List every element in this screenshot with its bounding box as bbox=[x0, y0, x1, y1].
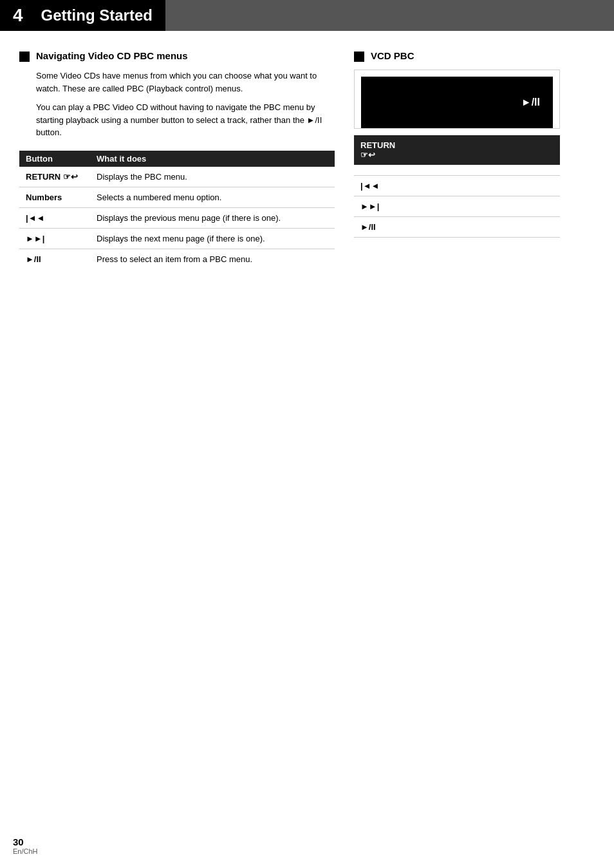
vcd-table-row: ►►| bbox=[354, 196, 560, 217]
chapter-number: 4 bbox=[0, 0, 35, 31]
chapter-title: Getting Started bbox=[35, 6, 153, 24]
section-para1: Some Video CDs have menus from which you… bbox=[36, 70, 335, 95]
table-row: Numbers Selects a numbered menu option. bbox=[19, 187, 335, 207]
table-desc-cell: Displays the next menu page (if there is… bbox=[90, 228, 335, 249]
vcd-btn-cell: |◄◄ bbox=[354, 176, 405, 196]
vcd-table-row: |◄◄ bbox=[354, 176, 560, 196]
header-bar bbox=[165, 0, 614, 31]
table-btn-cell: RETURN ☞↩ bbox=[19, 167, 90, 187]
section-para2: You can play a PBC Video CD without havi… bbox=[36, 101, 335, 139]
vcd-section-icon bbox=[354, 52, 364, 62]
vcd-desc-cell bbox=[405, 135, 560, 165]
table-col2-header: What it does bbox=[90, 151, 335, 167]
vcd-table: RETURN ☞↩ |◄◄ ►►| ►/II bbox=[354, 135, 560, 238]
table-desc-cell: Displays the previous menu page (if ther… bbox=[90, 207, 335, 228]
vcd-desc-cell bbox=[405, 176, 560, 196]
vcd-table-row bbox=[354, 165, 560, 176]
table-btn-cell: |◄◄ bbox=[19, 207, 90, 228]
table-btn-cell: Numbers bbox=[19, 187, 90, 207]
vcd-btn-cell: RETURN ☞↩ bbox=[354, 135, 405, 165]
vcd-desc-cell bbox=[405, 165, 560, 176]
vcd-screen: ►/II bbox=[361, 77, 553, 128]
table-desc-cell: Displays the PBC menu. bbox=[90, 167, 335, 187]
vcd-table-row: ►/II bbox=[354, 217, 560, 238]
section-heading: Navigating Video CD PBC menus bbox=[19, 50, 335, 62]
vcd-btn-cell bbox=[354, 165, 405, 176]
vcd-desc-cell bbox=[405, 217, 560, 238]
table-row: |◄◄ Displays the previous menu page (if … bbox=[19, 207, 335, 228]
screen-symbol: ►/II bbox=[521, 97, 540, 108]
vcd-diagram: ►/II bbox=[354, 70, 560, 129]
button-table: Button What it does RETURN ☞↩ Displays t… bbox=[19, 151, 335, 269]
table-row: ►/II Press to select an item from a PBC … bbox=[19, 249, 335, 269]
vcd-btn-cell: ►►| bbox=[354, 196, 405, 217]
table-btn-cell: ►/II bbox=[19, 249, 90, 269]
page-header: 4 Getting Started bbox=[0, 0, 614, 31]
table-desc-cell: Press to select an item from a PBC menu. bbox=[90, 249, 335, 269]
table-row: RETURN ☞↩ Displays the PBC menu. bbox=[19, 167, 335, 187]
footer-lang: En/ChH bbox=[13, 847, 38, 855]
right-column: VCD PBC ►/II RETURN ☞↩ |◄◄ ►►| bbox=[354, 50, 560, 269]
table-row: ►►| Displays the next menu page (if ther… bbox=[19, 228, 335, 249]
left-column: Navigating Video CD PBC menus Some Video… bbox=[19, 50, 335, 269]
section-icon bbox=[19, 52, 30, 62]
vcd-section-title: VCD PBC bbox=[371, 50, 414, 61]
section-body: Some Video CDs have menus from which you… bbox=[36, 70, 335, 139]
main-content: Navigating Video CD PBC menus Some Video… bbox=[0, 31, 614, 288]
table-btn-cell: ►►| bbox=[19, 228, 90, 249]
table-desc-cell: Selects a numbered menu option. bbox=[90, 187, 335, 207]
vcd-btn-cell: ►/II bbox=[354, 217, 405, 238]
vcd-section-heading: VCD PBC bbox=[354, 50, 560, 62]
table-col1-header: Button bbox=[19, 151, 90, 167]
section-title: Navigating Video CD PBC menus bbox=[36, 50, 188, 61]
page-footer: 30 En/ChH bbox=[13, 836, 38, 855]
vcd-desc-cell bbox=[405, 196, 560, 217]
vcd-table-row: RETURN ☞↩ bbox=[354, 135, 560, 165]
page-number: 30 bbox=[13, 836, 24, 847]
